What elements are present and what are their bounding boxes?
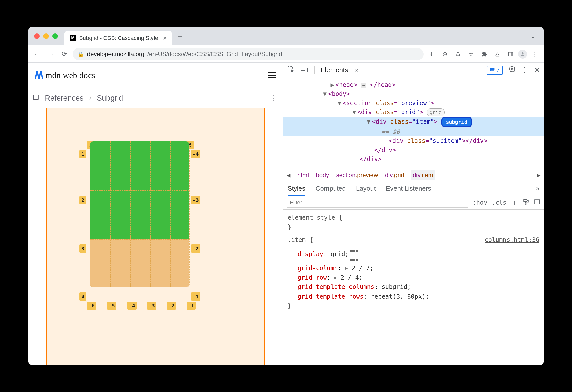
crumb[interactable]: section.preview — [336, 172, 378, 179]
style-prop[interactable]: display: grid; — [288, 245, 539, 264]
address-bar: ← → ⟳ 🔒 developer.mozilla.org/en-US/docs… — [28, 45, 544, 63]
mdn-underscore-icon: _ — [98, 70, 102, 80]
mdn-header: /\/\ mdn web docs _ — [28, 63, 283, 88]
source-link[interactable]: columns.html:36 — [485, 235, 539, 245]
style-close: } — [288, 302, 291, 309]
expand-icon[interactable]: ▶ — [334, 274, 337, 281]
svg-rect-11 — [535, 200, 540, 204]
style-selector: .item { — [288, 236, 313, 243]
dom-row[interactable]: </div> — [283, 145, 544, 155]
panel-overflow-icon[interactable]: » — [355, 67, 358, 74]
dom-row[interactable]: <div class="subitem"></div> — [283, 136, 544, 145]
crumb[interactable]: html — [297, 172, 309, 179]
new-tab-button[interactable]: ＋ — [177, 31, 184, 41]
hov-toggle[interactable]: :hov — [473, 199, 487, 206]
line-number: -2 — [191, 244, 200, 253]
profile-icon[interactable] — [518, 50, 527, 59]
url-input[interactable]: 🔒 developer.mozilla.org/en-US/docs/Web/C… — [73, 48, 424, 60]
hamburger-menu-icon[interactable] — [268, 72, 276, 78]
svg-rect-10 — [525, 203, 526, 204]
devtools-menu-icon[interactable]: ⋮ — [521, 66, 528, 74]
dom-row[interactable]: ▼<div class="grid"> grid — [283, 108, 544, 117]
dom-row[interactable]: </div> — [283, 155, 544, 164]
dom-tree[interactable]: ▶<head> ⋯ </head> ▼<body> ▼<section clas… — [283, 78, 544, 168]
devtools-toolbar: Elements » 7 ⋮ ✕ — [283, 63, 544, 78]
back-button[interactable]: ← — [32, 48, 43, 60]
crumb[interactable]: body — [316, 172, 329, 179]
crumb-selected[interactable]: div.item — [411, 170, 435, 180]
mdn-mark-icon: /\/\ — [35, 69, 42, 81]
line-number: -5 — [107, 302, 116, 310]
tab-event-listeners[interactable]: Event Listeners — [386, 185, 431, 192]
tab-overflow-icon[interactable]: ⌄ — [530, 32, 536, 40]
breadcrumb-menu-icon[interactable]: ⋮ — [270, 93, 278, 102]
crumb[interactable]: div.grid — [385, 172, 404, 179]
styles-tabs: Styles Computed Layout Event Listeners » — [283, 182, 544, 195]
demo-preview: 1 2 3 4 5 6 1 2 3 4 -4 — [46, 108, 265, 365]
subgrid-badge[interactable]: subgrid — [441, 117, 472, 127]
cls-toggle[interactable]: .cls — [492, 199, 507, 206]
device-toggle-icon[interactable] — [301, 66, 308, 74]
grid-badge[interactable]: grid — [427, 108, 445, 116]
mdn-logo[interactable]: /\/\ mdn web docs _ — [35, 69, 102, 81]
dom-row-selected[interactable]: ▼<div class="item"> subgrid — [283, 117, 544, 127]
crumb-prev-icon[interactable]: ◀ — [287, 172, 290, 178]
chevron-right-icon: › — [89, 94, 91, 102]
settings-icon[interactable] — [509, 66, 515, 74]
reload-button[interactable]: ⟳ — [59, 48, 70, 60]
svg-rect-0 — [509, 52, 513, 56]
tab-elements[interactable]: Elements — [321, 66, 348, 78]
line-number: -1 — [191, 292, 200, 301]
line-number: -6 — [87, 302, 96, 310]
grid-overlay: 1 2 3 4 5 6 1 2 3 4 -4 — [82, 141, 196, 287]
style-prop[interactable]: grid-column: ▶ 2 / 7; — [288, 264, 539, 273]
article-column: 1 2 3 4 5 6 1 2 3 4 -4 — [41, 108, 270, 365]
labs-icon[interactable] — [492, 48, 503, 60]
style-prop[interactable]: grid-template-columns: subgrid; — [288, 282, 539, 292]
browser-tab[interactable]: M Subgrid - CSS: Cascading Style ✕ — [64, 31, 172, 45]
style-selector: element.style { — [288, 214, 342, 221]
close-tab-icon[interactable]: ✕ — [163, 35, 167, 41]
inspect-element-icon[interactable] — [287, 66, 295, 75]
side-panel-icon[interactable] — [505, 48, 516, 60]
close-devtools-icon[interactable]: ✕ — [534, 66, 540, 74]
style-prop[interactable]: grid-template-rows: repeat(3, 80px); — [288, 292, 539, 301]
install-icon[interactable]: ⤓ — [426, 48, 437, 60]
maximize-window-button[interactable] — [52, 33, 58, 39]
new-rule-icon[interactable]: ＋ — [511, 198, 518, 207]
extensions-icon[interactable] — [479, 48, 490, 60]
sidebar-toggle-icon[interactable] — [33, 94, 39, 102]
tab-computed[interactable]: Computed — [316, 185, 346, 192]
computed-panel-icon[interactable] — [534, 199, 540, 207]
filter-input[interactable]: Filter — [287, 198, 468, 208]
breadcrumb-current: Subgrid — [97, 94, 123, 102]
crumb-next-icon[interactable]: ▶ — [537, 172, 540, 178]
breadcrumb-parent[interactable]: References — [45, 94, 83, 102]
menu-icon[interactable]: ⋮ — [529, 48, 540, 60]
tab-overflow-icon[interactable]: » — [536, 185, 539, 192]
dom-row[interactable]: ▶<head> ⋯ </head> — [283, 80, 544, 89]
issues-badge[interactable]: 7 — [487, 66, 503, 75]
grid-item-orange — [90, 239, 190, 287]
toolbar-icons: ⤓ ⊕ ☆ ⋮ — [426, 48, 540, 60]
styles-panel[interactable]: element.style { } .item { columns.html:3… — [283, 210, 544, 365]
tab-title: Subgrid - CSS: Cascading Style — [79, 35, 158, 41]
paint-icon[interactable] — [523, 199, 529, 207]
window-controls — [34, 33, 58, 39]
forward-button[interactable]: → — [45, 48, 56, 60]
browser-window: M Subgrid - CSS: Cascading Style ✕ ＋ ⌄ ←… — [28, 27, 544, 365]
styles-filter-bar: Filter :hov .cls ＋ — [283, 195, 544, 210]
zoom-icon[interactable]: ⊕ — [439, 48, 450, 60]
style-prop[interactable]: grid-row: ▶ 2 / 4; — [288, 273, 539, 282]
tab-layout[interactable]: Layout — [356, 185, 376, 192]
minimize-window-button[interactable] — [43, 33, 49, 39]
share-icon[interactable] — [452, 48, 464, 60]
bookmark-icon[interactable]: ☆ — [466, 48, 477, 60]
tab-styles[interactable]: Styles — [288, 185, 305, 196]
expand-icon[interactable]: ▶ — [345, 265, 348, 272]
dom-row[interactable]: ▼<body> — [283, 89, 544, 99]
dom-row[interactable]: ▼<section class="preview"> — [283, 99, 544, 108]
line-number: -4 — [191, 150, 200, 158]
devtools-pane: Elements » 7 ⋮ ✕ ▶<head> ⋯ </head> ▼<bo — [283, 63, 544, 365]
close-window-button[interactable] — [34, 33, 40, 39]
